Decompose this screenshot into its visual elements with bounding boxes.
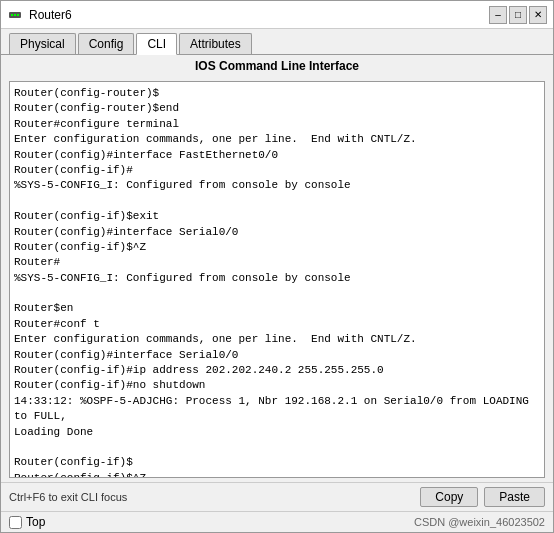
- router-icon: [7, 7, 23, 23]
- tab-cli[interactable]: CLI: [136, 33, 177, 55]
- top-checkbox-wrapper: Top: [9, 515, 45, 529]
- tabs-row: Physical Config CLI Attributes: [1, 29, 553, 55]
- svg-rect-3: [17, 14, 19, 16]
- svg-rect-1: [11, 14, 13, 16]
- svg-rect-2: [14, 14, 16, 16]
- cli-hint: Ctrl+F6 to exit CLI focus: [9, 491, 127, 503]
- watermark: CSDN @weixin_46023502: [414, 516, 545, 528]
- window-title: Router6: [29, 8, 72, 22]
- paste-button[interactable]: Paste: [484, 487, 545, 507]
- top-checkbox[interactable]: [9, 516, 22, 529]
- bottom-bar: Ctrl+F6 to exit CLI focus Copy Paste: [1, 482, 553, 511]
- tab-physical[interactable]: Physical: [9, 33, 76, 54]
- title-bar-left: Router6: [7, 7, 72, 23]
- copy-button[interactable]: Copy: [420, 487, 478, 507]
- title-bar: Router6 – □ ✕: [1, 1, 553, 29]
- cli-area-wrapper: Router(config-router)$ Router(config-rou…: [1, 77, 553, 482]
- footer-bar: Top CSDN @weixin_46023502: [1, 511, 553, 532]
- action-buttons: Copy Paste: [420, 487, 545, 507]
- cli-terminal[interactable]: Router(config-router)$ Router(config-rou…: [9, 81, 545, 478]
- top-label[interactable]: Top: [26, 515, 45, 529]
- footer-left: Top: [9, 515, 45, 529]
- section-title: IOS Command Line Interface: [1, 55, 553, 77]
- minimize-button[interactable]: –: [489, 6, 507, 24]
- tab-config[interactable]: Config: [78, 33, 135, 54]
- close-button[interactable]: ✕: [529, 6, 547, 24]
- maximize-button[interactable]: □: [509, 6, 527, 24]
- router-window: Router6 – □ ✕ Physical Config CLI Attrib…: [0, 0, 554, 533]
- tab-attributes[interactable]: Attributes: [179, 33, 252, 54]
- window-controls: – □ ✕: [489, 6, 547, 24]
